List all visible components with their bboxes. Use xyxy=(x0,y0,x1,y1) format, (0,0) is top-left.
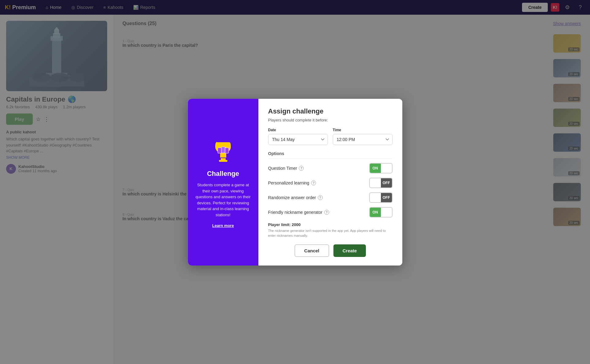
modal-right-panel: Assign challenge Players should complete… xyxy=(258,99,402,266)
toggle-on-label: ON xyxy=(370,208,381,217)
time-label: Time xyxy=(333,128,393,132)
question-timer-toggle[interactable]: ON xyxy=(369,163,393,173)
svg-rect-15 xyxy=(225,148,229,153)
friendly-nickname-help-icon[interactable]: ? xyxy=(324,210,329,215)
time-select[interactable]: 12:00 PM 1:00 PM 2:00 PM xyxy=(333,134,393,145)
date-label: Date xyxy=(268,128,328,132)
options-section: Options Question Timer ? ON Personali xyxy=(268,151,393,217)
challenge-icon xyxy=(211,136,235,165)
personalized-learning-toggle[interactable]: OFF xyxy=(369,178,393,188)
modal-footer: Cancel Create xyxy=(268,244,393,257)
date-select[interactable]: Thu 14 May Fri 15 May Sat 16 May xyxy=(268,134,328,145)
time-field-group: Time 12:00 PM 1:00 PM 2:00 PM xyxy=(333,128,393,145)
challenge-description: Students complete a game at their own pa… xyxy=(194,182,252,218)
option-personalized-learning: Personalized learning ? OFF xyxy=(268,178,393,188)
toggle-off: OFF xyxy=(381,193,392,202)
modal-left-panel: Challenge Students complete a game at th… xyxy=(188,99,258,266)
randomize-answer-help-icon[interactable]: ? xyxy=(318,195,323,200)
option-question-timer-label: Question Timer ? xyxy=(268,166,304,171)
friendly-nickname-toggle[interactable]: ON xyxy=(369,207,393,217)
cancel-button[interactable]: Cancel xyxy=(295,244,329,257)
disclaimer-text: The nickname generator isn't supported i… xyxy=(268,228,393,238)
date-field-group: Date Thu 14 May Fri 15 May Sat 16 May xyxy=(268,128,328,145)
question-timer-help-icon[interactable]: ? xyxy=(299,166,304,171)
options-title: Options xyxy=(268,151,393,159)
modal-title: Assign challenge xyxy=(268,107,393,115)
toggle-on-label: ON xyxy=(370,164,381,173)
learn-more-link[interactable]: Learn more xyxy=(212,223,234,228)
toggle-off: OFF xyxy=(381,178,392,188)
create-challenge-button[interactable]: Create xyxy=(333,244,366,257)
option-friendly-nickname: Friendly nickname generator ? ON xyxy=(268,207,393,217)
option-randomize-answer-label: Randomize answer order ? xyxy=(268,195,323,200)
option-friendly-nickname-label: Friendly nickname generator ? xyxy=(268,210,329,215)
personalized-learning-help-icon[interactable]: ? xyxy=(311,180,316,185)
modal-overlay: Challenge Students complete a game at th… xyxy=(0,0,590,364)
svg-rect-16 xyxy=(221,147,225,153)
date-time-row: Date Thu 14 May Fri 15 May Sat 16 May Ti… xyxy=(268,128,393,145)
challenge-title: Challenge xyxy=(207,170,239,178)
modal-subtitle: Players should complete it before: xyxy=(268,118,393,122)
option-personalized-learning-label: Personalized learning ? xyxy=(268,180,316,185)
assign-challenge-modal: Challenge Students complete a game at th… xyxy=(188,99,402,266)
player-limit: Player limit: 2000 xyxy=(268,222,393,227)
option-randomize-answer: Randomize answer order ? OFF xyxy=(268,192,393,203)
option-question-timer: Question Timer ? ON xyxy=(268,163,393,173)
svg-rect-14 xyxy=(218,148,221,153)
svg-rect-13 xyxy=(219,160,227,162)
randomize-answer-toggle[interactable]: OFF xyxy=(369,192,393,203)
trophy-svg xyxy=(211,136,235,164)
